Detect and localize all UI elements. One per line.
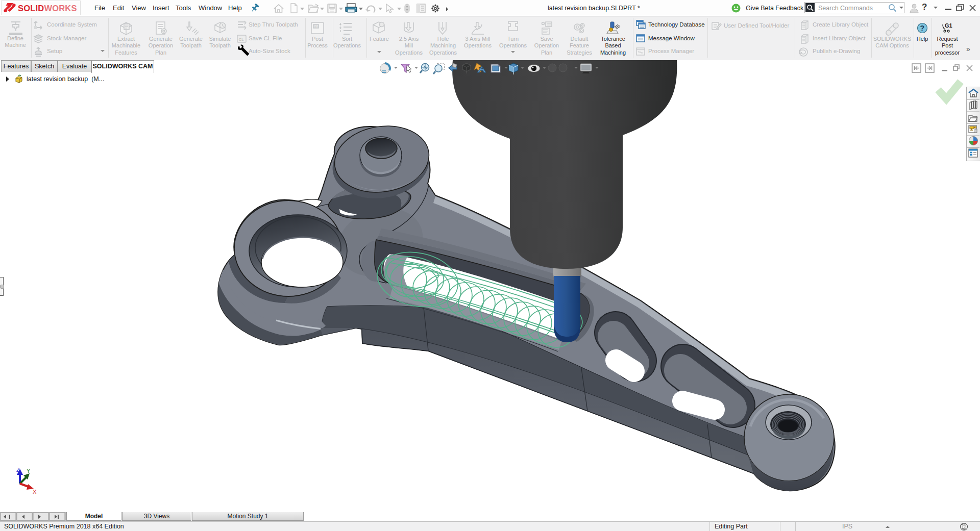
svg-text:CL: CL (239, 37, 244, 42)
svg-text:?: ? (920, 24, 925, 32)
svg-text:01: 01 (314, 25, 318, 29)
svg-text:G1: G1 (945, 22, 952, 29)
svg-text:X: X (33, 489, 37, 495)
svg-text:Z: Z (16, 467, 20, 473)
svg-text:Y: Y (27, 468, 31, 474)
svg-text:SOLIDWORKS: SOLIDWORKS (18, 4, 77, 13)
